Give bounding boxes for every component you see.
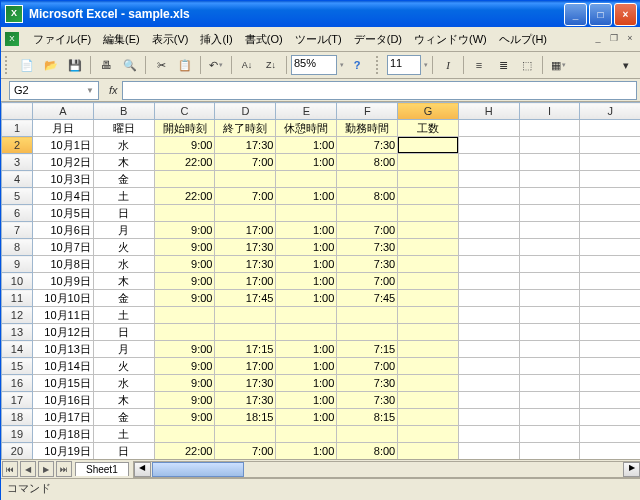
cell[interactable] [458, 120, 519, 137]
row-header-17[interactable]: 17 [2, 392, 33, 409]
formula-input[interactable] [122, 81, 637, 100]
col-header-I[interactable]: I [519, 103, 580, 120]
cell[interactable]: 17:30 [215, 239, 276, 256]
cell[interactable] [580, 137, 640, 154]
cell[interactable]: 木 [93, 392, 154, 409]
cell[interactable] [215, 426, 276, 443]
cell[interactable] [519, 154, 580, 171]
cell[interactable] [458, 290, 519, 307]
cell[interactable]: 9:00 [154, 137, 215, 154]
col-header-J[interactable]: J [580, 103, 640, 120]
cell[interactable] [458, 307, 519, 324]
cell[interactable] [337, 426, 398, 443]
cell[interactable]: 土 [93, 188, 154, 205]
cell[interactable]: 10月3日 [32, 171, 93, 188]
cell[interactable] [519, 188, 580, 205]
cell[interactable] [398, 205, 459, 222]
cell[interactable]: 日 [93, 443, 154, 460]
menu-item-7[interactable]: ウィンドウ(W) [408, 30, 493, 49]
undo-button[interactable]: ↶▾ [205, 54, 227, 76]
cell[interactable]: 9:00 [154, 392, 215, 409]
cell[interactable]: 金 [93, 171, 154, 188]
cell[interactable] [337, 171, 398, 188]
cell[interactable]: 22:00 [154, 443, 215, 460]
cell[interactable] [580, 154, 640, 171]
row-header-7[interactable]: 7 [2, 222, 33, 239]
cell[interactable] [458, 375, 519, 392]
cell[interactable] [519, 392, 580, 409]
italic-button[interactable]: I [437, 54, 459, 76]
cell[interactable]: 10月9日 [32, 273, 93, 290]
cell[interactable] [519, 307, 580, 324]
cell[interactable]: 10月18日 [32, 426, 93, 443]
cell[interactable]: 17:00 [215, 273, 276, 290]
cell[interactable]: 17:45 [215, 290, 276, 307]
cell[interactable]: 9:00 [154, 290, 215, 307]
cell[interactable] [458, 188, 519, 205]
cell[interactable]: 休憩時間 [276, 120, 337, 137]
cell[interactable]: 10月14日 [32, 358, 93, 375]
doc-restore-button[interactable]: ❐ [607, 33, 621, 45]
toolbar-grip[interactable] [5, 56, 12, 74]
sort-desc-button[interactable]: Z↓ [260, 54, 282, 76]
cell[interactable]: 22:00 [154, 188, 215, 205]
cell[interactable] [276, 205, 337, 222]
doc-close-button[interactable]: × [623, 33, 637, 45]
cell[interactable] [398, 239, 459, 256]
cell[interactable] [580, 205, 640, 222]
cell[interactable] [398, 154, 459, 171]
cell[interactable]: 曜日 [93, 120, 154, 137]
cell[interactable]: 1:00 [276, 137, 337, 154]
cell[interactable]: 開始時刻 [154, 120, 215, 137]
cell[interactable] [580, 426, 640, 443]
cell[interactable] [215, 324, 276, 341]
cell[interactable]: 日 [93, 324, 154, 341]
more-button[interactable]: ▾ [615, 54, 637, 76]
cell[interactable] [458, 171, 519, 188]
cell[interactable]: 17:15 [215, 341, 276, 358]
minimize-button[interactable]: _ [564, 3, 587, 26]
cell[interactable] [580, 358, 640, 375]
cell[interactable] [580, 222, 640, 239]
cell[interactable] [519, 171, 580, 188]
cell[interactable]: 8:00 [337, 154, 398, 171]
cell[interactable]: 1:00 [276, 273, 337, 290]
cell[interactable] [580, 239, 640, 256]
cell[interactable] [580, 324, 640, 341]
preview-button[interactable]: 🔍 [119, 54, 141, 76]
cell[interactable]: 8:15 [337, 409, 398, 426]
col-header-F[interactable]: F [337, 103, 398, 120]
horizontal-scrollbar[interactable]: ◀ ▶ [133, 461, 640, 478]
cell[interactable]: 1:00 [276, 392, 337, 409]
cell[interactable] [519, 239, 580, 256]
cell[interactable] [458, 409, 519, 426]
cell[interactable]: 1:00 [276, 239, 337, 256]
cell[interactable] [580, 341, 640, 358]
cell[interactable]: 10月7日 [32, 239, 93, 256]
cell[interactable] [398, 341, 459, 358]
cell[interactable]: 17:30 [215, 137, 276, 154]
new-button[interactable]: 📄 [16, 54, 38, 76]
cell[interactable] [398, 443, 459, 460]
menu-item-5[interactable]: ツール(T) [289, 30, 348, 49]
cell[interactable] [337, 205, 398, 222]
align-center-button[interactable]: ≣ [492, 54, 514, 76]
cell[interactable] [519, 324, 580, 341]
borders-button[interactable]: ▦▾ [547, 54, 569, 76]
menu-item-2[interactable]: 表示(V) [146, 30, 195, 49]
cell[interactable]: 10月6日 [32, 222, 93, 239]
cell[interactable]: 1:00 [276, 443, 337, 460]
cell[interactable]: 17:30 [215, 375, 276, 392]
cell[interactable] [458, 358, 519, 375]
cell[interactable]: 月 [93, 222, 154, 239]
cell[interactable] [154, 324, 215, 341]
cell[interactable]: 7:30 [337, 375, 398, 392]
toolbar-grip-2[interactable] [376, 56, 383, 74]
cell[interactable]: 10月10日 [32, 290, 93, 307]
cell[interactable] [154, 307, 215, 324]
row-header-14[interactable]: 14 [2, 341, 33, 358]
cell[interactable]: 工数 [398, 120, 459, 137]
cell[interactable]: 22:00 [154, 154, 215, 171]
cell[interactable] [276, 324, 337, 341]
sheet-tab-1[interactable]: Sheet1 [75, 462, 129, 476]
